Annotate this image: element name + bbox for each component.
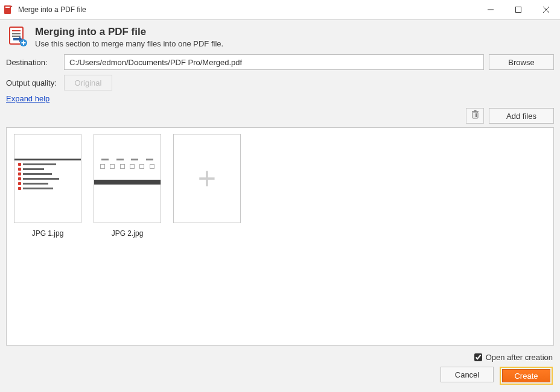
delete-button[interactable] bbox=[466, 108, 484, 124]
quality-label: Output quality: bbox=[6, 78, 59, 87]
titlebar: Merge into a PDF file bbox=[0, 0, 560, 19]
maximize-button[interactable] bbox=[504, 0, 532, 19]
destination-label: Destination: bbox=[6, 58, 59, 67]
browse-button[interactable]: Browse bbox=[489, 54, 554, 70]
destination-row: Destination: Browse bbox=[0, 52, 560, 72]
create-button[interactable]: Create bbox=[502, 369, 550, 382]
quality-row: Output quality: Original bbox=[0, 72, 560, 93]
svg-rect-16 bbox=[472, 112, 479, 113]
file-thumbnail[interactable]: JPG 2.jpg bbox=[92, 134, 162, 238]
minimize-button[interactable] bbox=[477, 0, 504, 19]
add-file-placeholder[interactable]: + bbox=[172, 134, 242, 223]
app-pdf-icon bbox=[4, 5, 13, 14]
svg-rect-17 bbox=[474, 110, 476, 112]
svg-rect-9 bbox=[12, 33, 21, 34]
file-name-label: JPG 1.jpg bbox=[32, 229, 64, 238]
file-thumbnail[interactable]: JPG 1.jpg bbox=[13, 134, 83, 238]
thumbnail-preview bbox=[94, 134, 161, 223]
page-title: Merging into a PDF file bbox=[35, 26, 223, 38]
options-row: Open after creation bbox=[0, 350, 560, 364]
open-after-checkbox[interactable] bbox=[474, 353, 482, 361]
open-after-label: Open after creation bbox=[486, 353, 553, 362]
content-panel: Merging into a PDF file Use this section… bbox=[0, 20, 560, 392]
window-title: Merge into a PDF file bbox=[18, 5, 477, 14]
app-window: Merge into a PDF file bbox=[0, 0, 560, 392]
file-toolbar: Add files bbox=[0, 108, 560, 127]
trash-icon bbox=[471, 110, 479, 121]
create-button-highlight: Create bbox=[500, 367, 553, 385]
file-list-area: JPG 1.jpg JPG 2.jpg + bbox=[6, 127, 554, 346]
destination-input[interactable] bbox=[64, 54, 484, 70]
cancel-button[interactable]: Cancel bbox=[441, 367, 494, 382]
window-controls bbox=[477, 0, 560, 19]
svg-rect-8 bbox=[12, 30, 21, 31]
expand-help-link[interactable]: Expand help bbox=[0, 93, 560, 108]
svg-rect-14 bbox=[22, 42, 26, 43]
header-text: Merging into a PDF file Use this section… bbox=[35, 26, 223, 48]
merge-pdf-icon bbox=[8, 26, 29, 46]
thumbnail-preview bbox=[14, 134, 81, 223]
plus-icon: + bbox=[198, 163, 216, 194]
add-files-button[interactable]: Add files bbox=[489, 108, 554, 124]
add-placeholder-box: + bbox=[173, 134, 241, 223]
section-header: Merging into a PDF file Use this section… bbox=[0, 20, 560, 52]
svg-marker-2 bbox=[11, 5, 13, 7]
page-subtitle: Use this section to merge many files int… bbox=[35, 39, 223, 48]
svg-rect-1 bbox=[5, 7, 10, 8]
dialog-buttons: Cancel Create bbox=[0, 364, 560, 392]
quality-dropdown[interactable]: Original bbox=[64, 75, 112, 90]
close-button[interactable] bbox=[532, 0, 560, 19]
svg-rect-10 bbox=[12, 36, 21, 37]
file-name-label: JPG 2.jpg bbox=[112, 229, 144, 238]
svg-rect-4 bbox=[516, 7, 521, 13]
